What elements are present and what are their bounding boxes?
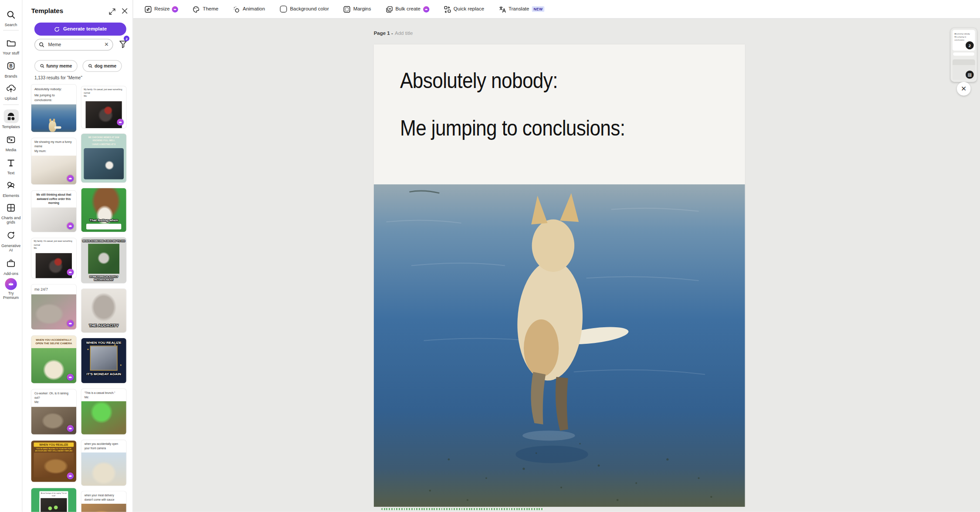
upload-cloud-icon (3, 81, 18, 95)
margins-icon (343, 5, 351, 13)
close-panel-icon[interactable] (121, 7, 129, 15)
template-thumbnail-family-casual-2[interactable]: My family: It's casual, just wear someth… (81, 86, 126, 128)
media-icon (3, 132, 18, 146)
rail-divider (3, 105, 19, 105)
close-widget-button[interactable]: ✕ (957, 82, 971, 96)
template-thumbnail-coworker-raining[interactable]: Co-worker: Oh, is it raining out?Me: (31, 390, 76, 434)
theme-palette-icon (193, 5, 200, 13)
new-feature-badge: NEW (532, 6, 545, 12)
thumbnail-image (36, 253, 72, 278)
resize-icon (144, 5, 152, 13)
rail-item-add-ons[interactable]: Add-ons (0, 256, 22, 275)
elements-shapes-icon (3, 178, 18, 192)
thumbnail-image (86, 101, 122, 128)
template-search-field[interactable]: ✕ (34, 39, 113, 51)
rail-item-upload[interactable]: Upload (0, 81, 22, 100)
suggestion-chips: funny meme dog meme (34, 60, 122, 72)
template-thumbnail-front-camera-sheep[interactable]: when you accidentally open your front ca… (81, 440, 126, 486)
template-thumbnail-dog-conclusions[interactable]: Absolutely nobody:Me jumping to conclusi… (31, 85, 76, 132)
thumbnail-image (88, 244, 119, 274)
template-thumbnail-me-247[interactable]: me 24/7 (31, 285, 76, 329)
app-window: Search Your stuff B Brands Upload Templa… (0, 0, 980, 512)
design-page[interactable]: Absolutely nobody: Me jumping to conclus… (374, 44, 745, 507)
template-thumbnail-that-feeling-beagle[interactable]: That feeling when (81, 188, 126, 232)
toolbar-theme[interactable]: Theme (193, 5, 218, 13)
template-thumbnail-puppy-cucumber[interactable]: Actual footage of me saying "I'm not tir… (31, 488, 76, 512)
thumbnail-image (81, 453, 126, 486)
template-pages-widget: Absolutely nobody: Me jumping to conclus… (951, 28, 977, 82)
thumbnail-image (81, 504, 126, 512)
pages-count-badge: 2 (966, 41, 974, 50)
brand-icon: B (3, 59, 18, 73)
chip-dog-meme[interactable]: dog meme (83, 60, 122, 72)
thumbnail-image (90, 346, 118, 370)
thumbnail-image (81, 401, 126, 434)
rail-item-brands[interactable]: B Brands (0, 59, 22, 78)
search-input[interactable] (47, 41, 102, 48)
pro-crown-icon (67, 472, 74, 479)
thumbnail-image (31, 105, 76, 132)
template-thumbnail-teal-cat-laptop[interactable]: ME CHECKING MEMES AT 3AMKNOWING FULL WEL… (81, 134, 126, 183)
template-thumbnail-family-casual[interactable]: My family: It's casual, just wear someth… (31, 238, 76, 278)
premium-crown-icon (5, 278, 17, 290)
quick-replace-icon (444, 5, 451, 13)
template-thumbnail-coffee-order[interactable]: Me still thinking about that awkward cof… (31, 190, 76, 232)
toolbar-quick-replace[interactable]: Quick replace (444, 5, 484, 13)
toolbar-bulk-create[interactable]: Bulk create (385, 5, 429, 13)
editor-workspace: Resize Theme Animation Background color … (132, 0, 980, 512)
toolbar-animation[interactable]: Animation (233, 5, 265, 13)
sparkle-icon (54, 26, 60, 32)
apply-style-badge: ▨ (966, 71, 974, 79)
rail-item-try-premium[interactable]: Try Premium (0, 278, 22, 299)
pro-crown-icon (423, 6, 429, 12)
add-title-placeholder[interactable]: Add title (395, 31, 413, 36)
pro-crown-icon (67, 223, 74, 230)
generate-template-button[interactable]: Generate template (34, 23, 126, 36)
thumbnail-image: THE AUDACITY (81, 289, 126, 332)
template-thumbnail-audacity-cat[interactable]: THE AUDACITY (81, 289, 126, 332)
horizontal-scrollbar[interactable] (381, 508, 544, 510)
page-title-row[interactable]: Page 1 -Add title (374, 31, 413, 36)
rail-divider (3, 30, 19, 31)
template-thumbnail-monday-again[interactable]: WHEN YOU REALIZE IT'S MONDAY AGAIN (81, 338, 126, 383)
template-thumbnail-casual-brunch[interactable]: "This is a casual brunch."Me: (81, 389, 126, 434)
rail-item-charts-grids[interactable]: Charts and grids (0, 200, 22, 224)
bulk-create-icon (385, 5, 393, 13)
page-preview-2[interactable]: ▨ (953, 59, 975, 80)
template-thumbnail-mum-meme[interactable]: Me showing my mum a funny memeMy mum: (31, 138, 76, 184)
translate-icon (498, 5, 506, 13)
template-thumbnail-lemur-inconvenient[interactable]: WHEN SOMEONE ASKS ME TO DO SOMETHING SLI… (81, 237, 126, 283)
toolbar-resize[interactable]: Resize (144, 5, 178, 13)
thumbnail-image (41, 498, 67, 512)
chip-funny-meme[interactable]: funny meme (34, 60, 78, 72)
rail-item-generative-ai[interactable]: Generative AI (0, 228, 22, 252)
grid-icon (3, 200, 18, 214)
rail-item-your-stuff[interactable]: Your stuff (0, 36, 22, 55)
pro-crown-icon (67, 175, 74, 182)
meme-text-line-2[interactable]: Me jumping to conclusions: (400, 115, 625, 140)
page-preview-1[interactable]: Absolutely nobody: Me jumping to conclus… (953, 30, 975, 51)
clear-search-icon[interactable]: ✕ (104, 42, 109, 47)
text-icon (3, 156, 18, 170)
generative-ai-icon (3, 228, 18, 242)
rail-item-media[interactable]: Media (0, 132, 22, 152)
pro-crown-icon (67, 320, 74, 327)
toolbar-translate[interactable]: Translate NEW (498, 5, 545, 13)
template-thumbnail-talking-to-pet[interactable]: WHEN YOU REALIZE YOU'VE BEEN TALKING TO … (31, 441, 76, 482)
template-thumbnail-meal-delivery-cat[interactable]: when your meal delivery doesn't come wit… (81, 491, 126, 512)
toolbar-margins[interactable]: Margins (343, 5, 371, 13)
editor-toolbar: Resize Theme Animation Background color … (132, 0, 980, 19)
dog-water-photo[interactable] (374, 184, 745, 507)
expand-panel-icon[interactable] (109, 8, 116, 15)
rail-item-text[interactable]: Text (0, 156, 22, 175)
rail-item-templates[interactable]: Templates (0, 109, 22, 129)
templates-panel: Templates Generate template ✕ 2 (22, 0, 133, 512)
thumbnail-dog-figure (49, 121, 56, 132)
toolbar-background-color[interactable]: Background color (279, 5, 329, 13)
template-thumbnail-selfie-camera[interactable]: WHEN YOU ACCIDENTALLY OPEN THE SELFIE CA… (31, 336, 76, 383)
rail-item-elements[interactable]: Elements (0, 178, 22, 197)
rail-item-search[interactable]: Search (0, 7, 22, 27)
meme-text-line-1[interactable]: Absolutely nobody: (400, 68, 558, 93)
pro-crown-icon (172, 6, 178, 12)
pro-crown-icon (67, 374, 74, 381)
